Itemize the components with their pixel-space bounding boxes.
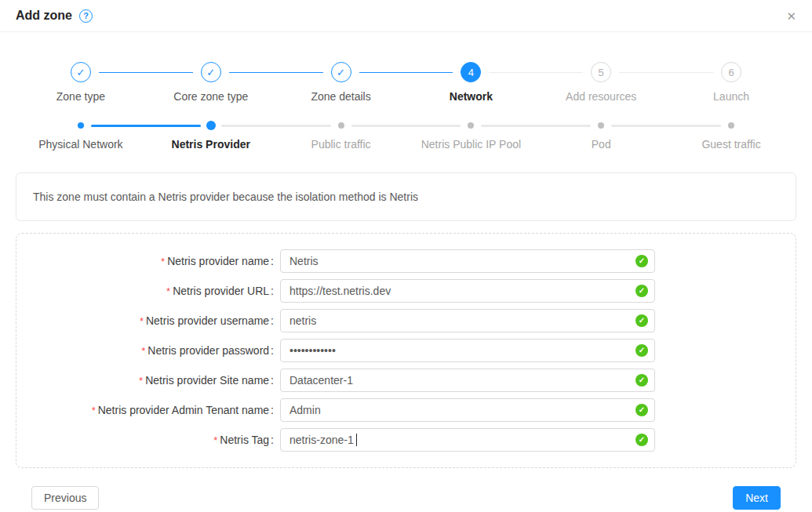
form-row-netris-provider-name: *Netris provider name: ✓	[16, 249, 796, 273]
input-wrap: ✓	[280, 369, 655, 392]
input-wrap: ✓	[280, 428, 655, 452]
substep-physical-network: Physical Network	[16, 120, 146, 151]
input-wrap: ✓	[280, 309, 655, 332]
step-check-icon: ✓	[71, 62, 91, 82]
previous-button[interactable]: Previous	[31, 486, 99, 510]
label-colon: :	[271, 255, 274, 267]
network-substeps: Physical Network Netris Provider Public …	[16, 120, 796, 151]
dialog-header: Add zone ? ✕	[0, 0, 812, 32]
step-label: Add resources	[566, 90, 636, 103]
netris-provider-username-input[interactable]	[280, 309, 655, 332]
step-core-zone-type: ✓ Core zone type	[146, 62, 276, 103]
substep-label: Public traffic	[311, 138, 371, 151]
form-row-netris-tag: *Netris Tag: ✓	[16, 428, 796, 452]
substep-dot-row	[78, 120, 84, 131]
label-colon: :	[271, 434, 274, 446]
step-label: Core zone type	[173, 90, 248, 103]
netris-provider-url-input[interactable]	[280, 279, 655, 303]
valid-check-icon: ✓	[635, 344, 648, 357]
netris-provider-form: *Netris provider name: ✓ *Netris provide…	[16, 233, 796, 468]
help-icon[interactable]: ?	[79, 9, 93, 23]
substep-dot	[468, 122, 474, 129]
next-button[interactable]: Next	[733, 486, 781, 510]
required-asterisk: *	[140, 315, 144, 327]
field-label: Netris provider Site name	[145, 374, 269, 387]
text-caret	[356, 434, 357, 446]
substep-guest-traffic: Guest traffic	[666, 120, 796, 151]
netris-provider-password-input[interactable]	[280, 339, 655, 362]
substep-label: Pod	[592, 138, 611, 151]
substep-dot-row	[598, 120, 604, 131]
step-label: Zone details	[311, 90, 370, 103]
substep-dot-row	[206, 120, 216, 131]
substep-label: Netris Public IP Pool	[421, 138, 521, 151]
field-label: Netris provider password	[147, 344, 269, 357]
label-colon: :	[271, 374, 274, 387]
valid-check-icon: ✓	[635, 255, 648, 267]
isolation-notice: This zone must contain a Netris provider…	[16, 172, 796, 221]
step-check-icon: ✓	[201, 62, 221, 82]
netris-tag-input[interactable]	[280, 428, 655, 452]
required-asterisk: *	[166, 285, 170, 297]
required-asterisk: *	[92, 405, 96, 416]
required-asterisk: *	[161, 256, 165, 267]
form-row-netris-admin-tenant-name: *Netris provider Admin Tenant name: ✓	[16, 398, 796, 422]
step-launch: 6 Launch	[666, 62, 796, 103]
label-colon: :	[271, 285, 274, 297]
step-number: 5	[591, 62, 611, 82]
input-wrap: ✓	[280, 398, 655, 422]
required-asterisk: *	[213, 434, 217, 446]
substep-label: Netris Provider	[172, 138, 250, 151]
close-icon[interactable]: ✕	[786, 10, 796, 22]
step-check-icon: ✓	[331, 62, 351, 82]
step-label: Network	[450, 90, 493, 103]
substep-netris-provider: Netris Provider	[146, 120, 276, 151]
substep-dot	[338, 122, 344, 129]
netris-provider-name-input[interactable]	[280, 249, 655, 273]
substep-dot	[598, 122, 604, 129]
dialog-body: ✓ Zone type ✓ Core zone type ✓ Zone deta…	[0, 62, 812, 510]
dialog-footer: Previous Next	[16, 468, 796, 510]
step-number: 6	[721, 62, 741, 82]
form-row-netris-provider-username: *Netris provider username: ✓	[16, 309, 796, 332]
input-wrap: ✓	[280, 249, 655, 273]
label-colon: :	[271, 344, 274, 357]
step-label: Zone type	[56, 90, 105, 103]
field-label: Netris provider name	[167, 255, 269, 267]
substep-dot	[728, 122, 734, 129]
step-label: Launch	[713, 90, 749, 103]
notice-text: This zone must contain a Netris provider…	[33, 191, 418, 203]
valid-check-icon: ✓	[635, 434, 648, 446]
step-network: 4 Network	[406, 62, 536, 103]
step-zone-details: ✓ Zone details	[276, 62, 406, 103]
field-label: Netris Tag	[220, 434, 269, 446]
substep-public-traffic: Public traffic	[276, 120, 406, 151]
netris-provider-site-name-input[interactable]	[280, 369, 655, 392]
substep-dot-row	[728, 120, 734, 131]
substep-dot	[206, 121, 216, 130]
field-label: Netris provider Admin Tenant name	[98, 404, 269, 416]
substep-pod: Pod	[536, 120, 666, 151]
netris-provider-admin-tenant-input[interactable]	[280, 398, 655, 422]
substep-label: Physical Network	[38, 138, 122, 151]
add-zone-dialog: Add zone ? ✕ ✓ Zone type ✓ Core zone typ…	[0, 0, 812, 512]
substep-netris-public-ip-pool: Netris Public IP Pool	[406, 120, 536, 151]
required-asterisk: *	[139, 375, 143, 387]
field-label: Netris provider URL	[173, 285, 269, 297]
substep-label: Guest traffic	[701, 138, 760, 151]
step-number: 4	[461, 62, 481, 82]
substep-dot-row	[338, 120, 344, 131]
valid-check-icon: ✓	[635, 374, 648, 387]
form-row-netris-provider-site-name: *Netris provider Site name: ✓	[16, 369, 796, 392]
input-wrap: ✓	[280, 339, 655, 362]
wizard-steps: ✓ Zone type ✓ Core zone type ✓ Zone deta…	[16, 62, 796, 103]
dialog-title: Add zone	[16, 9, 72, 23]
step-add-resources: 5 Add resources	[536, 62, 666, 103]
field-label: Netris provider username	[146, 314, 269, 327]
label-colon: :	[271, 314, 274, 327]
valid-check-icon: ✓	[635, 404, 648, 416]
valid-check-icon: ✓	[635, 285, 648, 297]
label-colon: :	[271, 404, 274, 416]
form-row-netris-provider-password: *Netris provider password: ✓	[16, 339, 796, 362]
step-zone-type: ✓ Zone type	[16, 62, 146, 103]
